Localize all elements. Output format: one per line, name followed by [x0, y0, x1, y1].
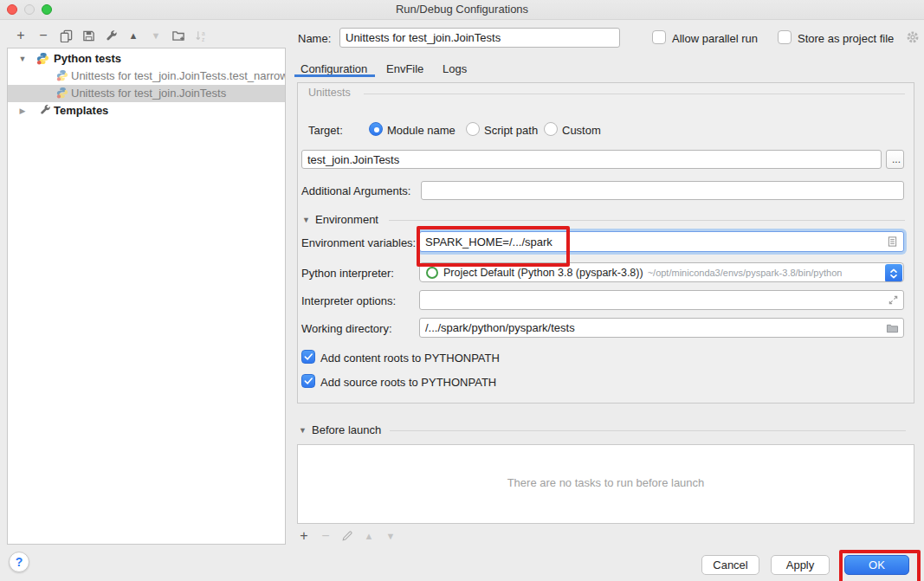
- working-directory-input[interactable]: [419, 318, 904, 338]
- help-button[interactable]: ?: [9, 552, 29, 572]
- add-source-roots-label: Add source roots to PYTHONPATH: [320, 376, 496, 389]
- add-task-icon[interactable]: +: [297, 529, 311, 543]
- python-interpreter-value: Project Default (Python 3.8 (pyspark-3.8…: [443, 267, 643, 279]
- add-configuration-icon[interactable]: +: [14, 29, 28, 42]
- environment-variables-input[interactable]: [419, 231, 904, 252]
- add-content-roots-checkbox[interactable]: [301, 350, 315, 364]
- copy-configuration-icon[interactable]: [59, 29, 73, 42]
- store-as-project-file-label: Store as project file: [798, 32, 894, 45]
- divider: [389, 220, 905, 221]
- run-debug-configurations-dialog: Run/Debug Configurations + − ▲ ▼ az ▼ Py: [0, 0, 924, 581]
- window-title: Run/Debug Configurations: [0, 0, 924, 19]
- tree-item-label: Python tests: [54, 50, 121, 68]
- working-directory-label: Working directory:: [301, 322, 392, 335]
- env-variables-list-icon[interactable]: [887, 236, 898, 248]
- collapse-environment-icon[interactable]: ▼: [302, 216, 310, 224]
- remove-configuration-icon[interactable]: −: [36, 29, 50, 42]
- environment-section-label: Environment: [315, 213, 378, 226]
- python-test-config-icon: [56, 87, 68, 102]
- browse-module-button[interactable]: ...: [886, 150, 904, 169]
- environment-variables-label: Environment variables:: [301, 236, 416, 249]
- python-interpreter-label: Python interpreter:: [301, 267, 394, 280]
- tree-item-label: Unittests for test_join.JoinTests: [71, 85, 226, 102]
- browse-folder-icon[interactable]: [886, 323, 899, 334]
- conda-environment-icon: [426, 267, 438, 279]
- unittests-group-label: Unittests: [308, 87, 351, 99]
- new-folder-icon[interactable]: [171, 29, 185, 42]
- interpreter-options-label: Interpreter options:: [301, 294, 396, 307]
- add-content-roots-label: Add content roots to PYTHONPATH: [320, 352, 500, 365]
- tree-item-python-tests[interactable]: ▼ Python tests: [8, 50, 285, 68]
- tree-item-label: Templates: [54, 102, 108, 119]
- check-icon: [304, 352, 313, 361]
- configurations-tree: ▼ Python tests Unittests for test_join.J…: [7, 48, 286, 545]
- move-task-down-icon: ▼: [384, 529, 397, 543]
- tree-toolbar: + − ▲ ▼ az: [7, 26, 216, 45]
- sort-alphabetically-icon: az: [194, 29, 208, 42]
- tree-item-unittests-test-narrow[interactable]: Unittests for test_join.JoinTests.test_n…: [8, 68, 285, 85]
- before-launch-section-label: Before launch: [312, 423, 381, 436]
- divider: [364, 94, 905, 94]
- before-launch-tasks-list[interactable]: There are no tasks to run before launch: [297, 444, 914, 524]
- python-interpreter-path: ~/opt/miniconda3/envs/pyspark-3.8/bin/py…: [648, 268, 843, 278]
- apply-button[interactable]: Apply: [771, 555, 830, 575]
- allow-parallel-run-checkbox[interactable]: [652, 30, 666, 44]
- templates-wrench-icon: [39, 104, 51, 119]
- chevron-down-icon[interactable]: ▼: [16, 50, 29, 68]
- tab-logs[interactable]: Logs: [443, 61, 467, 78]
- store-as-project-file-checkbox[interactable]: [778, 30, 792, 44]
- active-tab-underline: [294, 74, 375, 77]
- python-test-config-icon: [56, 69, 68, 85]
- expand-editor-icon[interactable]: [888, 294, 899, 306]
- additional-arguments-label: Additional Arguments:: [301, 184, 410, 197]
- remove-task-icon: −: [319, 529, 333, 543]
- save-configuration-icon[interactable]: [81, 29, 95, 42]
- chevron-right-icon[interactable]: ▶: [16, 102, 29, 119]
- radio-custom[interactable]: [544, 122, 558, 136]
- add-source-roots-checkbox[interactable]: [301, 374, 315, 388]
- edit-templates-icon[interactable]: [104, 29, 118, 42]
- tree-item-templates[interactable]: ▶ Templates: [8, 102, 285, 119]
- move-up-icon[interactable]: ▲: [126, 29, 140, 42]
- cancel-button[interactable]: Cancel: [701, 555, 759, 575]
- radio-module-name[interactable]: [369, 122, 383, 136]
- allow-parallel-run-label: Allow parallel run: [672, 32, 758, 45]
- ok-button[interactable]: OK: [844, 555, 909, 575]
- radio-script-path-label: Script path: [484, 124, 538, 137]
- name-label: Name:: [298, 32, 331, 45]
- python-interpreter-select[interactable]: Project Default (Python 3.8 (pyspark-3.8…: [419, 262, 904, 282]
- before-launch-toolbar: + − ▲ ▼: [297, 528, 406, 544]
- collapse-before-launch-icon[interactable]: ▼: [299, 426, 307, 435]
- move-down-icon: ▼: [149, 29, 163, 42]
- name-input[interactable]: [339, 28, 620, 48]
- interpreter-options-input[interactable]: [419, 290, 904, 310]
- edit-task-icon: [340, 529, 354, 543]
- store-options-gear-icon[interactable]: [906, 30, 920, 47]
- tab-envfile[interactable]: EnvFile: [386, 61, 423, 78]
- check-icon: [304, 377, 313, 385]
- radio-custom-label: Custom: [562, 124, 601, 137]
- svg-text:z: z: [201, 36, 204, 42]
- target-label: Target:: [308, 124, 343, 137]
- tree-item-label: Unittests for test_join.JoinTests.test_n…: [71, 68, 285, 85]
- additional-arguments-input[interactable]: [421, 181, 904, 200]
- python-tests-icon: [36, 52, 49, 68]
- titlebar: Run/Debug Configurations: [0, 0, 924, 20]
- before-launch-empty-message: There are no tasks to run before launch: [298, 476, 914, 489]
- radio-script-path[interactable]: [466, 122, 480, 136]
- module-name-input[interactable]: [301, 150, 882, 169]
- divider: [390, 430, 906, 431]
- configuration-panel: Unittests Target: Module name Script pat…: [297, 82, 914, 403]
- svg-text:a: a: [201, 29, 204, 36]
- dropdown-stepper-icon[interactable]: [885, 264, 902, 282]
- tree-item-unittests-jointests[interactable]: Unittests for test_join.JoinTests: [8, 85, 285, 102]
- radio-module-name-label: Module name: [387, 124, 456, 137]
- move-task-up-icon: ▲: [362, 529, 376, 543]
